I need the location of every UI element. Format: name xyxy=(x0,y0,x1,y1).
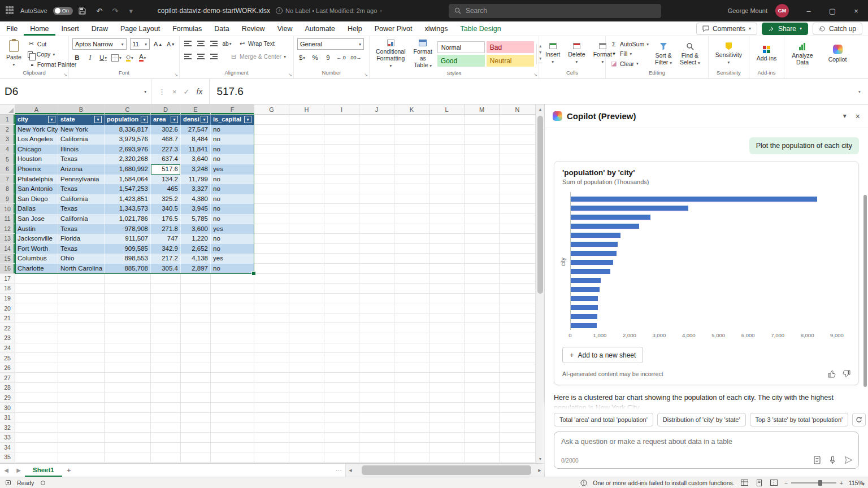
undo-icon[interactable]: ↶ xyxy=(94,7,105,15)
sort-filter-button[interactable]: Sort &Filter ▾ xyxy=(652,41,675,67)
grid-cell[interactable] xyxy=(394,164,429,175)
grid-cell[interactable] xyxy=(429,154,465,164)
row-header-2[interactable]: 2 xyxy=(0,125,15,135)
grid-cell[interactable] xyxy=(289,244,324,254)
increase-decimal-button[interactable]: ←.0 xyxy=(336,53,346,63)
grid-cell[interactable] xyxy=(211,433,254,443)
grid-cell[interactable] xyxy=(465,184,500,194)
page-layout-view-icon[interactable] xyxy=(755,479,764,487)
table-header-is_capital[interactable]: is_capital▾ xyxy=(211,115,254,125)
orientation-icon[interactable]: ab▾ xyxy=(222,38,232,49)
grid-cell[interactable] xyxy=(465,145,500,155)
grid-cell[interactable] xyxy=(105,303,151,313)
grid-cell[interactable] xyxy=(211,413,254,423)
grid-cell[interactable] xyxy=(465,164,500,175)
table-header-state[interactable]: state▾ xyxy=(58,115,105,125)
grid-cell[interactable] xyxy=(359,413,394,423)
chart-bar-jacksonville[interactable] xyxy=(571,296,598,301)
tab-help[interactable]: Help xyxy=(341,21,368,36)
grid-cell[interactable] xyxy=(324,214,359,224)
row-header-20[interactable]: 20 xyxy=(0,303,15,313)
grid-cell[interactable] xyxy=(324,164,359,175)
grid-cell[interactable] xyxy=(359,284,394,294)
grid-cell[interactable] xyxy=(289,254,324,264)
currency-button[interactable]: $ ▾ xyxy=(297,53,307,63)
grid-cell[interactable] xyxy=(324,294,359,304)
grid-cell[interactable] xyxy=(429,353,465,363)
grid-cell[interactable] xyxy=(58,333,105,343)
grid-cell[interactable] xyxy=(465,422,500,433)
row-header-30[interactable]: 30 xyxy=(0,403,15,413)
grid-cell[interactable] xyxy=(105,343,151,354)
grid-cell[interactable] xyxy=(58,443,105,453)
grid-cell[interactable]: Philadelphia xyxy=(15,175,58,185)
grid-cell[interactable] xyxy=(151,313,181,324)
grid-cell[interactable] xyxy=(289,452,324,463)
grid-cell[interactable] xyxy=(58,403,105,413)
grid-cell[interactable] xyxy=(465,115,500,125)
grid-cell[interactable] xyxy=(289,413,324,423)
chart-bar-phoenix[interactable] xyxy=(571,233,620,238)
grid-cell[interactable] xyxy=(254,333,289,343)
formula-bar-expand-icon[interactable]: ▾ xyxy=(851,79,868,104)
grid-cell[interactable] xyxy=(254,433,289,443)
grid-cell[interactable] xyxy=(359,452,394,463)
grid-cell[interactable] xyxy=(151,303,181,313)
grid-cell[interactable]: no xyxy=(211,134,254,145)
row-header-34[interactable]: 34 xyxy=(0,443,15,453)
grid-cell[interactable] xyxy=(15,433,58,443)
grid-cell[interactable] xyxy=(105,313,151,324)
grid-cell[interactable] xyxy=(500,403,536,413)
grid-cell[interactable] xyxy=(324,413,359,423)
grid-cell[interactable]: New York xyxy=(58,125,105,135)
zoom-slider-thumb[interactable] xyxy=(818,480,822,486)
grid-cell[interactable]: Columbus xyxy=(15,254,58,264)
grid-cell[interactable] xyxy=(465,383,500,393)
grid-cell[interactable] xyxy=(500,323,536,333)
fill-button[interactable]: ▼Fill ▾ xyxy=(609,50,650,58)
grid-cell[interactable] xyxy=(465,294,500,304)
grid-cell[interactable] xyxy=(105,452,151,463)
row-header-17[interactable]: 17 xyxy=(0,274,15,284)
send-icon[interactable] xyxy=(844,456,853,464)
tab-automate[interactable]: Automate xyxy=(299,21,342,36)
grid-cell[interactable]: 465 xyxy=(151,184,181,194)
grid-cell[interactable] xyxy=(359,134,394,145)
grid-cell[interactable] xyxy=(151,284,181,294)
row-header-23[interactable]: 23 xyxy=(0,333,15,343)
grid-cell[interactable] xyxy=(254,145,289,155)
grid-cell[interactable] xyxy=(254,403,289,413)
grid-cell[interactable]: 340.5 xyxy=(151,204,181,214)
grid-cell[interactable] xyxy=(359,244,394,254)
grid-cell[interactable] xyxy=(394,443,429,453)
addins-button[interactable]: Add-ins xyxy=(754,45,780,63)
grid-cell[interactable] xyxy=(58,343,105,354)
grid-cell[interactable] xyxy=(105,422,151,433)
grid-cell[interactable] xyxy=(394,224,429,234)
grid-cell[interactable] xyxy=(324,234,359,244)
grid-cell[interactable] xyxy=(359,204,394,214)
grid-cell[interactable]: 1,423,851 xyxy=(105,194,151,204)
sensitivity-status[interactable]: iNo Label • Last Modified: 2m ago▾ xyxy=(276,7,382,14)
grid-cell[interactable] xyxy=(500,363,536,373)
grid-cell[interactable] xyxy=(500,413,536,423)
grid-cell[interactable] xyxy=(394,323,429,333)
grid-cell[interactable] xyxy=(465,443,500,453)
grid-cell[interactable]: 2,897 xyxy=(181,264,211,274)
grid-cell[interactable] xyxy=(289,145,324,155)
tab-overflow-icon[interactable]: ⋯ xyxy=(332,467,345,474)
grid-cell[interactable] xyxy=(289,373,324,383)
grid-cell[interactable] xyxy=(429,244,465,254)
grid-cell[interactable] xyxy=(359,383,394,393)
grid-cell[interactable] xyxy=(394,373,429,383)
filter-icon[interactable]: ▾ xyxy=(141,116,148,123)
grid-cell[interactable]: 8,336,817 xyxy=(105,125,151,135)
grid-cell[interactable] xyxy=(359,333,394,343)
align-left-icon[interactable] xyxy=(183,51,193,62)
row-header-5[interactable]: 5 xyxy=(0,154,15,164)
grid-cell[interactable] xyxy=(394,264,429,274)
grid-cell[interactable] xyxy=(500,373,536,383)
grid-cell[interactable]: 517.6 xyxy=(151,164,181,175)
column-header-M[interactable]: M xyxy=(465,104,500,114)
grid-cell[interactable] xyxy=(500,313,536,324)
